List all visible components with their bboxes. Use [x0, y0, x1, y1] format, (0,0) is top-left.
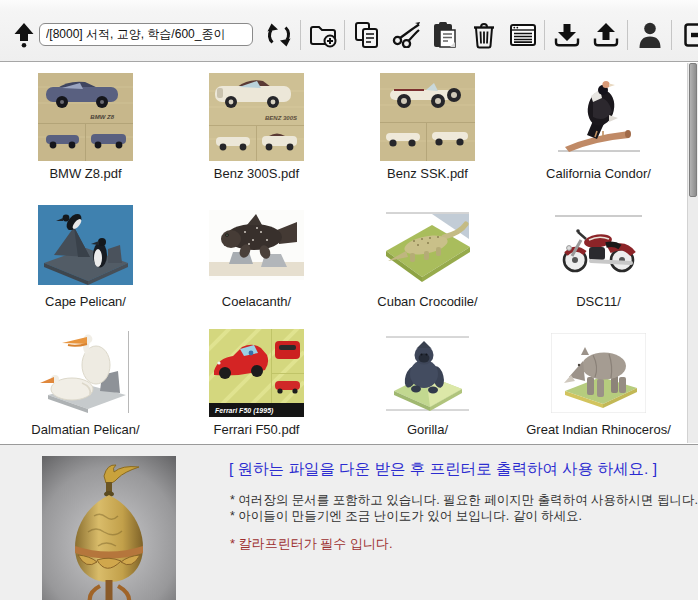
info-heading: [ 원하는 파일을 다운 받은 후 프린터로 출력하여 사용 하세요. ] [229, 459, 657, 480]
file-item-dalmatian-pelican[interactable]: Dalmatian Pelican/ [0, 327, 171, 443]
toolbar-separator [300, 20, 301, 50]
thumbnail-benz-ssk-image [380, 73, 475, 161]
thumbnail-box: BENZ 300S [209, 71, 304, 163]
file-item-dsc11[interactable]: DSC11/ [513, 199, 684, 327]
list-view-button[interactable] [503, 17, 542, 53]
upload-icon [592, 22, 620, 48]
info-warning: * 칼라프린터가 필수 입니다. [230, 535, 393, 553]
thumbnail-box: Ferrari F50 (1995) [209, 327, 304, 419]
user-button[interactable] [630, 17, 669, 53]
thumbnail-benz-300s-image: BENZ 300S [209, 73, 304, 161]
file-item-label: BMW Z8.pdf [49, 166, 121, 181]
gilded-egg-ornament-photo [42, 456, 176, 600]
go-up-button[interactable] [10, 17, 37, 53]
download-icon [553, 22, 581, 48]
path-input[interactable] [39, 23, 253, 46]
file-item-coelacanth[interactable]: Coelacanth/ [171, 199, 342, 327]
toolbar-separator [671, 20, 672, 50]
scissors-icon [391, 21, 421, 48]
toolbar-separator [627, 20, 628, 50]
file-item-label: Benz SSK.pdf [387, 166, 468, 181]
file-item-cuban-crocodile[interactable]: Cuban Crocodile/ [342, 199, 513, 327]
toolbar-separator [344, 20, 345, 50]
thumbnail-box: BMW Z8 [38, 71, 133, 163]
download-button[interactable] [547, 17, 586, 53]
thumbnail-coelacanth-image [209, 210, 304, 280]
info-note-2: * 아이들이 만들기엔 조금 난이도가 있어 보입니다. 같이 하세요. [230, 508, 582, 525]
upload-button[interactable] [586, 17, 625, 53]
paste-icon [432, 21, 458, 49]
thumbnail-photo-text: Ferrari F50 (1995) [215, 407, 274, 415]
thumbnail-dsc11-image [551, 210, 646, 280]
new-folder-button[interactable] [303, 17, 342, 53]
delete-button[interactable] [464, 17, 503, 53]
thumbnail-photo-text: BMW Z8 [90, 114, 114, 120]
refresh-icon [265, 21, 293, 49]
file-item-label: Coelacanth/ [222, 294, 291, 309]
exit-button[interactable] [674, 17, 698, 53]
thumbnail-box [551, 327, 646, 419]
file-item-benz-300s[interactable]: BENZ 300S Benz 300S.pdf [171, 71, 342, 199]
copy-button[interactable] [347, 17, 386, 53]
file-item-label: Gorilla/ [407, 422, 448, 437]
user-icon [638, 21, 662, 48]
list-view-icon [509, 22, 537, 48]
thumbnail-dalmatian-pelican-image [38, 327, 133, 419]
exit-icon [681, 22, 698, 48]
thumbnail-cape-pelican-image [38, 205, 133, 285]
thumbnail-box [209, 199, 304, 291]
toolbar-separator [544, 20, 545, 50]
new-folder-icon [309, 22, 337, 48]
thumbnail-box [551, 199, 646, 291]
info-note-1: * 여러장의 문서를 포함하고 있습니다. 필요한 페이지만 출력하여 사용하시… [230, 492, 698, 509]
copy-icon [354, 21, 380, 49]
thumbnail-box [551, 71, 646, 163]
file-item-label: DSC11/ [576, 294, 621, 309]
thumbnail-california-condor-image [551, 73, 646, 161]
file-item-label: California Condor/ [546, 166, 651, 181]
thumbnail-great-indian-rhinoceros-image [551, 333, 646, 413]
thumbnail-box [38, 199, 133, 291]
refresh-button[interactable] [259, 17, 298, 53]
file-item-cape-pelican[interactable]: Cape Pelican/ [0, 199, 171, 327]
file-item-label: Dalmatian Pelican/ [31, 422, 139, 437]
trash-icon [472, 21, 496, 49]
thumbnail-box [380, 327, 475, 419]
file-item-benz-ssk[interactable]: Benz SSK.pdf [342, 71, 513, 199]
scrollbar-thumb[interactable] [689, 63, 697, 197]
file-item-bmw-z8[interactable]: BMW Z8 BMW Z8.pdf [0, 71, 171, 199]
file-item-label: Great Indian Rhinoceros/ [526, 422, 671, 437]
thumbnail-ferrari-f50-image: Ferrari F50 (1995) [209, 329, 304, 417]
file-grid: BMW Z8 BMW Z8.pdf [0, 63, 687, 443]
file-item-ferrari-f50[interactable]: Ferrari F50 (1995) Ferrari F50.pdf [171, 327, 342, 443]
file-item-great-indian-rhinoceros[interactable]: Great Indian Rhinoceros/ [513, 327, 684, 443]
file-manager-window: BMW Z8 BMW Z8.pdf [0, 0, 698, 600]
file-item-label: Ferrari F50.pdf [214, 422, 300, 437]
file-item-label: Cape Pelican/ [45, 294, 126, 309]
up-arrow-icon [13, 22, 35, 48]
cut-button[interactable] [386, 17, 425, 53]
toolbar [0, 0, 698, 62]
file-item-gorilla[interactable]: Gorilla/ [342, 327, 513, 443]
vertical-scrollbar[interactable] [687, 63, 698, 443]
file-item-label: Benz 300S.pdf [214, 166, 299, 181]
thumbnail-gorilla-image [380, 329, 475, 417]
file-item-label: Cuban Crocodile/ [377, 294, 477, 309]
thumbnail-box [380, 199, 475, 291]
file-item-california-condor[interactable]: California Condor/ [513, 71, 684, 199]
thumbnail-cuban-crocodile-image [380, 205, 475, 285]
thumbnail-photo-text: BENZ 300S [265, 115, 297, 121]
thumbnail-bmw-z8-image: BMW Z8 [38, 73, 133, 161]
info-panel: [ 원하는 파일을 다운 받은 후 프린터로 출력하여 사용 하세요. ] * … [0, 444, 698, 600]
thumbnail-box [38, 327, 133, 419]
paste-button[interactable] [425, 17, 464, 53]
thumbnail-box [380, 71, 475, 163]
